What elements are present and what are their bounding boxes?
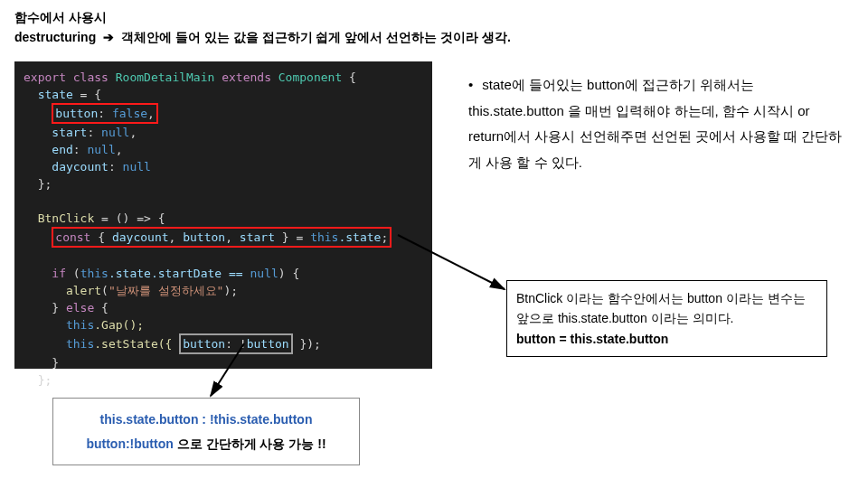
code-text: { [342,70,356,84]
null-literal: null [87,143,115,156]
code-text: : ! [225,337,246,351]
var-button: button [55,107,98,120]
kw-const: const [55,230,90,244]
type-component: Component [278,70,342,84]
code-text: , [129,126,137,139]
code-text: : [108,160,116,174]
code-text: : [73,143,80,156]
code-text: = { [73,88,101,101]
explanation-bullet: •state에 들어있는 button에 접근하기 위해서는 this.stat… [468,72,848,175]
kw-if: if [52,267,66,280]
explanation-text: state에 들어있는 button에 접근하기 위해서는 this.state… [468,77,842,170]
null-literal: null [250,267,278,280]
kw-this: this [66,337,94,351]
code-text: ) { [278,267,299,280]
highlight-button-false: button: false, [52,103,158,124]
bullet-dot-icon: • [468,77,473,92]
kw-this: this [310,230,338,244]
null-literal: null [101,126,129,139]
code-text: ; [381,230,388,244]
code-text: }; [24,177,52,191]
var-start: start [52,126,87,139]
callout-suffix: 으로 간단하게 사용 가능 !! [174,436,326,451]
var-button: button [247,337,289,351]
kw-class: class [73,70,108,84]
code-text: : [87,126,94,139]
code-text: ); [223,284,238,297]
code-text: = () => { [94,211,165,225]
fn-setstate: .setState({ [94,337,179,351]
string-literal: "날짜를 설정하세요" [108,284,223,297]
var-start: start [240,230,275,244]
code-text: { [90,230,111,244]
code-text: .state.startDate == [108,267,250,280]
code-text: } = [275,230,310,244]
callout-code: button:!button [86,436,173,451]
highlight-setstate-arg: button: !button [179,333,292,354]
code-text: , [116,143,123,156]
var-state: state [38,88,73,101]
heading-line2: destructuring ➔ 객체안에 들어 있는 값을 접근하기 쉽게 앞에… [14,27,511,47]
prop-state: .state [338,230,381,244]
code-snippet: export class RoomDetailMain extends Comp… [14,61,432,369]
kw-this: this [80,267,108,280]
code-text: ( [101,284,108,297]
callout-bottom-line2: button:!button 으로 간단하게 사용 가능 !! [64,432,348,456]
fn-btnclick: BtnClick [38,211,95,225]
var-end: end [52,143,72,156]
var-daycount: daycount [112,230,169,244]
callout-equation: button = this.state.button [516,329,817,349]
kw-export: export [24,70,66,84]
callout-meaning: BtnClick 이라는 함수안에서는 button 이라는 변수는 앞으로 t… [506,280,827,357]
kw-this: this [66,318,94,332]
heading-desc: 객체안에 들어 있는 값을 접근하기 쉽게 앞에서 선언하는 것이라 생각. [121,30,511,44]
kw-else: else [66,301,94,314]
code-text: , [147,107,155,120]
callout-body: BtnClick 이라는 함수안에서는 button 이라는 변수는 앞으로 t… [516,288,817,329]
var-button: button [183,230,225,244]
callout-shorthand: this.state.button : !this.state.button b… [52,398,360,465]
class-name: RoomDetailMain [116,70,215,84]
code-text: } [52,301,66,314]
heading: 함수에서 사용시 destructuring ➔ 객체안에 들어 있는 값을 접… [14,7,511,48]
highlight-destructuring: const { daycount, button, start } = this… [52,227,392,248]
code-text: } [24,356,59,370]
var-button: button [183,337,225,351]
code-text: ( [66,267,80,280]
code-text: }; [24,373,52,387]
code-text: }); [293,337,321,351]
fn-gap: .Gap(); [94,318,144,332]
fn-alert: alert [66,284,101,297]
var-daycount: daycount [52,160,108,174]
null-literal: null [123,160,151,174]
arrow-right-icon: ➔ [103,30,114,44]
heading-line1: 함수에서 사용시 [14,7,511,27]
heading-term: destructuring [14,30,96,44]
code-text: , [169,230,184,244]
code-text: , [225,230,240,244]
code-text: { [94,301,108,314]
code-text: : [98,107,105,120]
bool-false: false [112,107,147,120]
callout-bottom-line1: this.state.button : !this.state.button [64,408,348,432]
kw-extends: extends [222,70,271,84]
